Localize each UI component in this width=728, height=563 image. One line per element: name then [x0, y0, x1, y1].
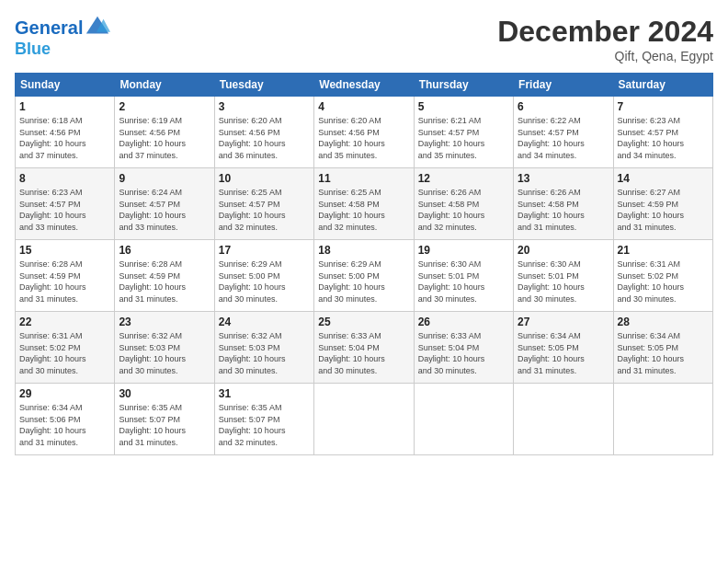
table-row: 28Sunrise: 6:34 AMSunset: 5:05 PMDayligh… — [613, 312, 712, 384]
day-info: Sunrise: 6:31 AMSunset: 5:02 PMDaylight:… — [618, 259, 709, 304]
day-info: Sunrise: 6:20 AMSunset: 4:56 PMDaylight:… — [219, 115, 310, 161]
table-row: 31Sunrise: 6:35 AMSunset: 5:07 PMDayligh… — [214, 384, 313, 455]
day-number: 21 — [618, 244, 709, 257]
day-number: 5 — [418, 100, 509, 113]
table-row: 12Sunrise: 6:26 AMSunset: 4:58 PMDayligh… — [414, 168, 513, 240]
day-number: 13 — [518, 172, 609, 185]
day-info: Sunrise: 6:35 AMSunset: 5:07 PMDaylight:… — [219, 402, 310, 448]
day-info: Sunrise: 6:23 AMSunset: 4:57 PMDaylight:… — [19, 187, 110, 233]
day-number: 26 — [418, 316, 509, 328]
table-row: 7Sunrise: 6:23 AMSunset: 4:57 PMDaylight… — [613, 97, 712, 168]
day-number: 16 — [119, 244, 210, 257]
col-thursday: Thursday — [414, 74, 513, 97]
day-info: Sunrise: 6:22 AMSunset: 4:57 PMDaylight:… — [518, 115, 609, 161]
day-info: Sunrise: 6:25 AMSunset: 4:58 PMDaylight:… — [318, 187, 409, 233]
day-info: Sunrise: 6:20 AMSunset: 4:56 PMDaylight:… — [318, 115, 409, 161]
table-row: 30Sunrise: 6:35 AMSunset: 5:07 PMDayligh… — [115, 384, 214, 455]
logo-blue-text: Blue — [15, 40, 110, 59]
day-info: Sunrise: 6:32 AMSunset: 5:03 PMDaylight:… — [119, 330, 210, 376]
day-info: Sunrise: 6:33 AMSunset: 5:04 PMDaylight:… — [318, 330, 409, 376]
day-info: Sunrise: 6:34 AMSunset: 5:05 PMDaylight:… — [518, 330, 609, 376]
table-row: 22Sunrise: 6:31 AMSunset: 5:02 PMDayligh… — [16, 312, 115, 384]
table-row: 8Sunrise: 6:23 AMSunset: 4:57 PMDaylight… — [16, 168, 115, 240]
calendar-week-row: 22Sunrise: 6:31 AMSunset: 5:02 PMDayligh… — [16, 312, 713, 384]
day-info: Sunrise: 6:35 AMSunset: 5:07 PMDaylight:… — [119, 402, 210, 448]
col-sunday: Sunday — [16, 74, 115, 97]
day-info: Sunrise: 6:26 AMSunset: 4:58 PMDaylight:… — [418, 187, 509, 233]
title-block: December 2024 Qift, Qena, Egypt — [497, 15, 713, 63]
table-row — [514, 384, 613, 455]
day-info: Sunrise: 6:25 AMSunset: 4:57 PMDaylight:… — [219, 187, 310, 233]
day-number: 15 — [19, 244, 110, 257]
day-info: Sunrise: 6:27 AMSunset: 4:59 PMDaylight:… — [618, 187, 709, 233]
table-row: 3Sunrise: 6:20 AMSunset: 4:56 PMDaylight… — [214, 97, 313, 168]
page-container: General Blue December 2024 Qift, Qena, E… — [0, 0, 728, 463]
table-row: 13Sunrise: 6:26 AMSunset: 4:58 PMDayligh… — [514, 168, 613, 240]
day-info: Sunrise: 6:34 AMSunset: 5:06 PMDaylight:… — [19, 402, 110, 448]
day-info: Sunrise: 6:29 AMSunset: 5:00 PMDaylight:… — [219, 259, 310, 304]
day-number: 3 — [219, 100, 310, 113]
day-number: 1 — [19, 100, 110, 113]
day-number: 14 — [618, 172, 709, 185]
day-info: Sunrise: 6:28 AMSunset: 4:59 PMDaylight:… — [19, 259, 110, 304]
calendar-week-row: 15Sunrise: 6:28 AMSunset: 4:59 PMDayligh… — [16, 240, 713, 312]
table-row: 11Sunrise: 6:25 AMSunset: 4:58 PMDayligh… — [314, 168, 414, 240]
col-wednesday: Wednesday — [314, 74, 414, 97]
table-row: 20Sunrise: 6:30 AMSunset: 5:01 PMDayligh… — [514, 240, 613, 312]
table-row: 25Sunrise: 6:33 AMSunset: 5:04 PMDayligh… — [314, 312, 414, 384]
day-number: 19 — [418, 244, 509, 257]
day-info: Sunrise: 6:33 AMSunset: 5:04 PMDaylight:… — [418, 330, 509, 376]
month-title: December 2024 — [497, 15, 713, 49]
day-number: 4 — [318, 100, 409, 113]
col-friday: Friday — [514, 74, 613, 97]
calendar-week-row: 1Sunrise: 6:18 AMSunset: 4:56 PMDaylight… — [16, 97, 713, 168]
day-number: 25 — [318, 316, 409, 328]
day-number: 2 — [119, 100, 210, 113]
day-number: 9 — [119, 172, 210, 185]
table-row: 5Sunrise: 6:21 AMSunset: 4:57 PMDaylight… — [414, 97, 513, 168]
day-number: 11 — [318, 172, 409, 185]
day-number: 20 — [518, 244, 609, 257]
table-row: 16Sunrise: 6:28 AMSunset: 4:59 PMDayligh… — [115, 240, 214, 312]
day-info: Sunrise: 6:19 AMSunset: 4:56 PMDaylight:… — [119, 115, 210, 161]
day-number: 23 — [119, 316, 210, 328]
table-row: 24Sunrise: 6:32 AMSunset: 5:03 PMDayligh… — [214, 312, 313, 384]
col-saturday: Saturday — [613, 74, 712, 97]
day-info: Sunrise: 6:21 AMSunset: 4:57 PMDaylight:… — [418, 115, 509, 161]
day-number: 30 — [119, 387, 210, 400]
day-info: Sunrise: 6:23 AMSunset: 4:57 PMDaylight:… — [618, 115, 709, 161]
day-info: Sunrise: 6:31 AMSunset: 5:02 PMDaylight:… — [19, 330, 110, 376]
day-info: Sunrise: 6:24 AMSunset: 4:57 PMDaylight:… — [119, 187, 210, 233]
day-info: Sunrise: 6:28 AMSunset: 4:59 PMDaylight:… — [119, 259, 210, 304]
table-row: 1Sunrise: 6:18 AMSunset: 4:56 PMDaylight… — [16, 97, 115, 168]
day-number: 17 — [219, 244, 310, 257]
table-row — [613, 384, 712, 455]
table-row: 21Sunrise: 6:31 AMSunset: 5:02 PMDayligh… — [613, 240, 712, 312]
page-header: General Blue December 2024 Qift, Qena, E… — [15, 15, 713, 63]
day-number: 28 — [618, 316, 709, 328]
table-row — [414, 384, 513, 455]
day-info: Sunrise: 6:34 AMSunset: 5:05 PMDaylight:… — [618, 330, 709, 376]
logo-text: General — [15, 17, 83, 38]
table-row: 15Sunrise: 6:28 AMSunset: 4:59 PMDayligh… — [16, 240, 115, 312]
day-number: 29 — [19, 387, 110, 400]
day-info: Sunrise: 6:30 AMSunset: 5:01 PMDaylight:… — [418, 259, 509, 304]
day-number: 6 — [518, 100, 609, 113]
table-row: 14Sunrise: 6:27 AMSunset: 4:59 PMDayligh… — [613, 168, 712, 240]
day-number: 18 — [318, 244, 409, 257]
calendar-week-row: 8Sunrise: 6:23 AMSunset: 4:57 PMDaylight… — [16, 168, 713, 240]
day-info: Sunrise: 6:30 AMSunset: 5:01 PMDaylight:… — [518, 259, 609, 304]
table-row: 19Sunrise: 6:30 AMSunset: 5:01 PMDayligh… — [414, 240, 513, 312]
day-number: 24 — [219, 316, 310, 328]
day-info: Sunrise: 6:26 AMSunset: 4:58 PMDaylight:… — [518, 187, 609, 233]
location: Qift, Qena, Egypt — [497, 49, 713, 63]
table-row: 17Sunrise: 6:29 AMSunset: 5:00 PMDayligh… — [214, 240, 313, 312]
day-number: 8 — [19, 172, 110, 185]
table-row: 2Sunrise: 6:19 AMSunset: 4:56 PMDaylight… — [115, 97, 214, 168]
day-info: Sunrise: 6:32 AMSunset: 5:03 PMDaylight:… — [219, 330, 310, 376]
calendar-table: Sunday Monday Tuesday Wednesday Thursday… — [15, 73, 713, 455]
table-row: 18Sunrise: 6:29 AMSunset: 5:00 PMDayligh… — [314, 240, 414, 312]
day-number: 27 — [518, 316, 609, 328]
day-info: Sunrise: 6:18 AMSunset: 4:56 PMDaylight:… — [19, 115, 110, 161]
table-row: 26Sunrise: 6:33 AMSunset: 5:04 PMDayligh… — [414, 312, 513, 384]
